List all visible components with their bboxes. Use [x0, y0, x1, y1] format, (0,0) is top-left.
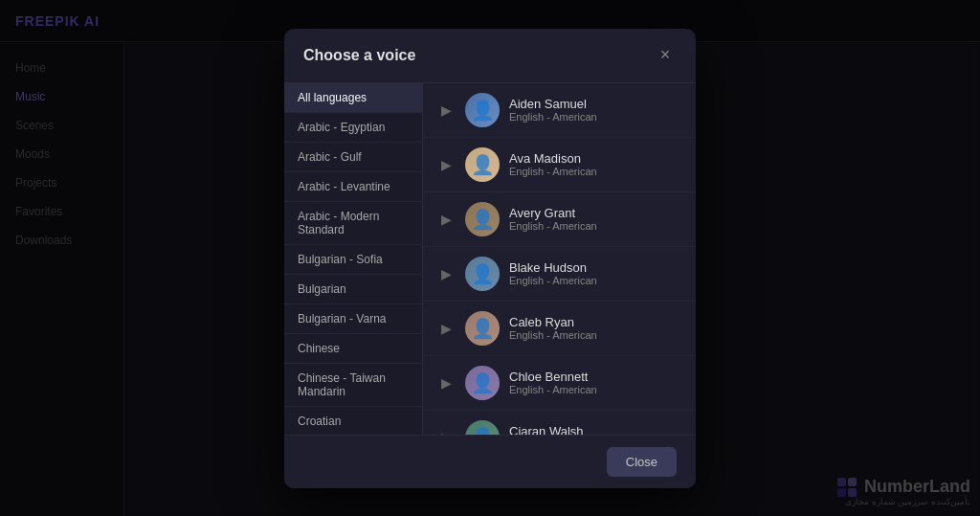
language-item-arabic-egyptian[interactable]: Arabic - Egyptian	[284, 113, 422, 143]
voice-info: Avery Grant English - American	[509, 206, 682, 232]
modal-overlay: Choose a voice × All languagesArabic - E…	[0, 0, 980, 516]
play-icon[interactable]: ▶	[436, 101, 456, 120]
voice-item-2[interactable]: ▶ 👤 Ava Madison English - American	[423, 138, 696, 192]
voice-language: English - American	[509, 329, 682, 341]
language-item-bulgarian-sofia[interactable]: Bulgarian - Sofia	[284, 245, 422, 275]
voice-name: Ava Madison	[509, 151, 682, 166]
play-icon[interactable]: ▶	[436, 155, 456, 174]
voice-item-6[interactable]: ▶ 👤 Chloe Bennett English - American	[423, 356, 696, 411]
modal-body: All languagesArabic - EgyptianArabic - G…	[284, 83, 696, 435]
language-item-chinese-taiwan[interactable]: Chinese - Taiwan Mandarin	[284, 364, 422, 407]
voice-info: Ciaran Walsh English - American	[509, 424, 682, 435]
avatar: 👤	[465, 311, 500, 346]
avatar: 👤	[465, 147, 500, 182]
voice-info: Chloe Bennett English - American	[509, 370, 682, 395]
avatar: 👤	[465, 202, 500, 236]
voice-language: English - American	[509, 384, 682, 395]
play-icon[interactable]: ▶	[436, 373, 456, 393]
language-item-all[interactable]: All languages	[284, 83, 422, 113]
voice-info: Blake Hudson English - American	[509, 260, 682, 286]
language-item-bulgarian-varna[interactable]: Bulgarian - Varna	[284, 304, 422, 334]
play-icon[interactable]: ▶	[436, 264, 456, 283]
person-icon: 👤	[471, 153, 495, 176]
modal-close-button[interactable]: ×	[654, 44, 677, 67]
avatar: 👤	[465, 366, 500, 400]
voice-language: English - American	[509, 166, 682, 177]
person-icon: 👤	[471, 208, 495, 231]
avatar: 👤	[465, 420, 500, 435]
language-item-chinese[interactable]: Chinese	[284, 334, 422, 364]
language-list[interactable]: All languagesArabic - EgyptianArabic - G…	[284, 83, 423, 435]
voice-name: Aiden Samuel	[509, 97, 682, 111]
play-icon[interactable]: ▶	[436, 210, 456, 229]
voice-chooser-modal: Choose a voice × All languagesArabic - E…	[284, 29, 696, 488]
voice-info: Aiden Samuel English - American	[509, 97, 682, 123]
avatar: 👤	[465, 257, 500, 291]
voice-language: English - American	[509, 275, 682, 286]
play-icon[interactable]: ▶	[436, 319, 456, 338]
close-button[interactable]: Close	[607, 447, 677, 477]
voice-name: Ciaran Walsh	[509, 424, 682, 435]
person-icon: 👤	[471, 371, 495, 394]
modal-title: Choose a voice	[303, 47, 415, 64]
person-icon: 👤	[471, 426, 495, 435]
voice-name: Blake Hudson	[509, 260, 682, 275]
play-icon[interactable]: ▶	[436, 428, 456, 435]
voice-item-7[interactable]: ▶ 👤 Ciaran Walsh English - American	[423, 411, 696, 435]
modal-footer: Close	[284, 435, 696, 488]
modal-header: Choose a voice ×	[284, 29, 696, 83]
language-item-arabic-gulf[interactable]: Arabic - Gulf	[284, 143, 422, 172]
voice-name: Caleb Ryan	[509, 315, 682, 329]
language-item-arabic-modern[interactable]: Arabic - Modern Standard	[284, 202, 422, 245]
person-icon: 👤	[471, 317, 495, 340]
language-item-bulgarian[interactable]: Bulgarian	[284, 275, 422, 304]
voice-language: English - American	[509, 220, 682, 232]
voice-item-4[interactable]: ▶ 👤 Blake Hudson English - American	[423, 247, 696, 302]
voice-info: Caleb Ryan English - American	[509, 315, 682, 341]
voice-name: Avery Grant	[509, 206, 682, 220]
voice-item-5[interactable]: ▶ 👤 Caleb Ryan English - American	[423, 302, 696, 356]
voice-language: English - American	[509, 111, 682, 123]
person-icon: 👤	[471, 99, 495, 122]
language-item-arabic-levantine[interactable]: Arabic - Levantine	[284, 172, 422, 202]
voice-list[interactable]: ▶ 👤 Aiden Samuel English - American ▶ 👤 …	[423, 83, 696, 435]
voice-info: Ava Madison English - American	[509, 151, 682, 177]
voice-name: Chloe Bennett	[509, 370, 682, 384]
voice-item-1[interactable]: ▶ 👤 Aiden Samuel English - American	[423, 83, 696, 138]
avatar: 👤	[465, 93, 500, 127]
voice-item-3[interactable]: ▶ 👤 Avery Grant English - American	[423, 192, 696, 247]
language-item-croatian[interactable]: Croatian	[284, 407, 422, 435]
person-icon: 👤	[471, 262, 495, 285]
